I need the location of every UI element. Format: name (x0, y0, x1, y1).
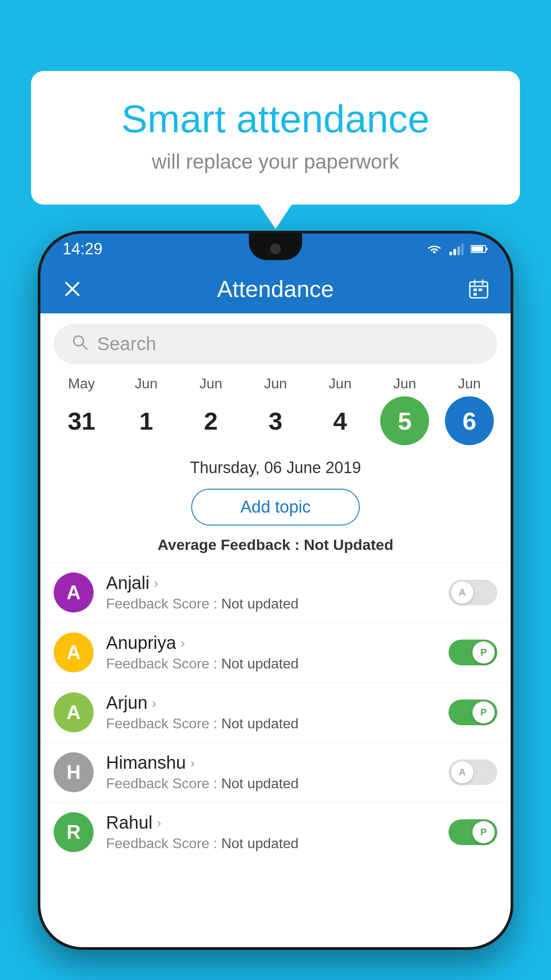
attendance-toggle[interactable]: P (449, 640, 497, 665)
student-name: Arjun › (106, 693, 449, 713)
cal-date-number: 4 (316, 396, 365, 445)
notch (249, 233, 302, 260)
app-bar-title: Attendance (217, 276, 334, 302)
phone-container: 14:29 (38, 231, 513, 980)
calendar-day[interactable]: Jun1 (115, 375, 177, 445)
search-bar[interactable]: Search (54, 324, 497, 364)
chevron-icon: › (190, 755, 195, 771)
student-info: Anjali ›Feedback Score : Not updated (106, 573, 449, 612)
toggle-knob: A (451, 581, 473, 604)
search-icon (71, 334, 88, 355)
average-feedback: Average Feedback : Not Updated (40, 533, 511, 562)
svg-rect-2 (453, 249, 456, 255)
cal-date-number: 1 (122, 396, 171, 445)
avatar: A (54, 692, 94, 732)
bubble-subtitle: will replace your paperwork (67, 150, 484, 174)
phone-inner: 14:29 (40, 233, 511, 947)
bubble-title: Smart attendance (67, 98, 484, 141)
search-placeholder: Search (97, 333, 156, 355)
student-info: Anupriya ›Feedback Score : Not updated (106, 633, 449, 672)
student-info: Himanshu ›Feedback Score : Not updated (106, 753, 449, 792)
feedback-score: Feedback Score : Not updated (106, 835, 449, 852)
toggle-knob: P (472, 701, 495, 723)
cal-month-label: Jun (458, 375, 481, 392)
student-item[interactable]: AAnjali ›Feedback Score : Not updatedA (40, 562, 511, 622)
chevron-icon: › (154, 576, 158, 591)
svg-rect-15 (479, 288, 482, 291)
cal-date-number: 5 (380, 396, 429, 445)
cal-date-number: 2 (186, 396, 235, 445)
calendar-day[interactable]: Jun2 (180, 375, 242, 445)
speech-bubble-container: Smart attendance will replace your paper… (31, 71, 520, 205)
svg-rect-3 (457, 246, 460, 255)
status-time: 14:29 (63, 240, 102, 258)
cal-month-label: Jun (135, 375, 158, 392)
cal-date-number: 6 (445, 396, 494, 445)
cal-month-label: Jun (199, 375, 222, 392)
student-item[interactable]: RRahul ›Feedback Score : Not updatedP (40, 802, 511, 862)
calendar-day[interactable]: Jun6 (438, 375, 500, 445)
cal-date-number: 31 (57, 396, 106, 445)
feedback-score: Feedback Score : Not updated (106, 596, 449, 612)
calendar-day[interactable]: Jun3 (244, 375, 307, 445)
student-list: AAnjali ›Feedback Score : Not updatedAAA… (40, 562, 511, 862)
avg-feedback-label: Average Feedback : (157, 536, 303, 553)
toggle-knob: P (472, 821, 495, 843)
close-button[interactable] (58, 275, 87, 303)
cal-date-number: 3 (251, 396, 300, 445)
student-item[interactable]: HHimanshu ›Feedback Score : Not updatedA (40, 742, 511, 802)
svg-rect-6 (486, 248, 488, 250)
svg-line-18 (82, 344, 87, 349)
feedback-score: Feedback Score : Not updated (106, 775, 449, 792)
cal-month-label: Jun (329, 375, 352, 392)
notch-camera (270, 244, 281, 254)
svg-rect-7 (472, 246, 483, 252)
toggle-knob: A (451, 761, 473, 783)
speech-bubble: Smart attendance will replace your paper… (31, 71, 520, 205)
chevron-icon: › (181, 636, 185, 651)
student-name: Himanshu › (106, 753, 449, 773)
student-name: Rahul › (106, 813, 449, 833)
feedback-score: Feedback Score : Not updated (106, 715, 449, 732)
student-item[interactable]: AAnupriya ›Feedback Score : Not updatedP (40, 622, 511, 682)
cal-month-label: Jun (394, 375, 417, 392)
student-name: Anjali › (106, 573, 449, 593)
avatar: R (54, 812, 94, 852)
status-icons (426, 243, 488, 255)
attendance-toggle[interactable]: P (449, 819, 497, 845)
calendar-button[interactable] (464, 275, 493, 303)
calendar-day[interactable]: Jun4 (309, 375, 371, 445)
student-info: Arjun ›Feedback Score : Not updated (106, 693, 449, 732)
student-info: Rahul ›Feedback Score : Not updated (106, 813, 449, 852)
phone-frame: 14:29 (38, 231, 513, 950)
calendar-day[interactable]: May31 (51, 375, 113, 445)
add-topic-button[interactable]: Add topic (191, 489, 360, 526)
chevron-icon: › (152, 695, 156, 711)
signal-icon (449, 243, 464, 255)
calendar-day[interactable]: Jun5 (374, 375, 436, 445)
svg-rect-14 (473, 288, 477, 291)
selected-date-label: Thursday, 06 June 2019 (40, 454, 511, 482)
svg-rect-16 (473, 293, 477, 296)
toggle-knob: P (472, 641, 495, 664)
app-bar: Attendance (40, 265, 511, 313)
attendance-toggle[interactable]: A (449, 759, 497, 785)
attendance-toggle[interactable]: P (449, 699, 497, 725)
chevron-icon: › (157, 815, 161, 830)
screen-content: Search May31Jun1Jun2Jun3Jun4Jun5Jun6 Thu… (40, 313, 511, 947)
avatar: A (54, 632, 94, 672)
student-item[interactable]: AArjun ›Feedback Score : Not updatedP (40, 682, 511, 742)
cal-month-label: Jun (264, 375, 287, 392)
svg-rect-4 (461, 244, 464, 255)
avatar: H (54, 752, 94, 792)
avatar: A (54, 573, 94, 612)
wifi-icon (426, 243, 442, 255)
svg-rect-1 (449, 252, 452, 255)
feedback-score: Feedback Score : Not updated (106, 656, 449, 672)
battery-icon (471, 244, 488, 254)
avg-feedback-value: Not Updated (304, 536, 394, 553)
cal-month-label: May (68, 375, 95, 392)
svg-point-0 (433, 251, 436, 253)
attendance-toggle[interactable]: A (449, 580, 497, 605)
student-name: Anupriya › (106, 633, 449, 653)
